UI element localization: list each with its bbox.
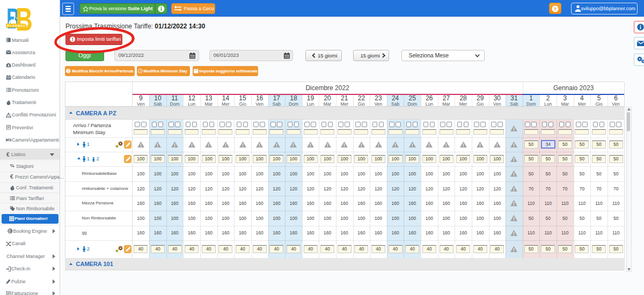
svg-text:?: ? <box>554 5 557 11</box>
svg-text:PLANNER: PLANNER <box>7 24 26 27</box>
